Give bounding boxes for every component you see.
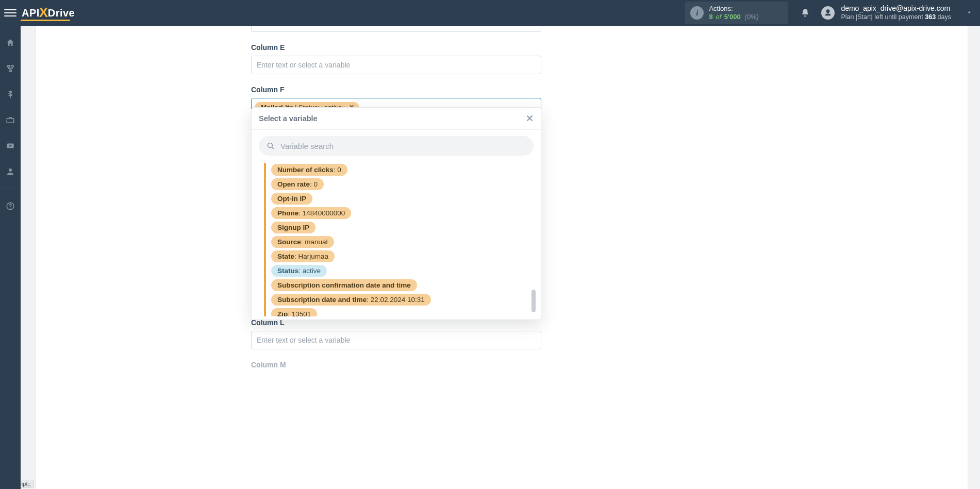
brand-logo[interactable]: API X Drive xyxy=(22,5,75,21)
nav-video-icon[interactable] xyxy=(0,136,21,156)
field-column-d xyxy=(251,26,541,32)
plan-name: Start xyxy=(857,13,871,21)
search-icon xyxy=(266,141,275,150)
menu-toggle[interactable] xyxy=(4,7,16,19)
nav-billing-icon[interactable] xyxy=(0,85,21,104)
user-subtitle: Plan |Start| left until payment 363 days xyxy=(841,13,951,22)
variable-option[interactable]: Phone: 14840000000 xyxy=(271,207,351,219)
topbar: API X Drive i Actions: 8 of 5'000 (0%) d… xyxy=(0,0,980,26)
actions-lines: Actions: 8 of 5'000 (0%) xyxy=(709,5,758,22)
label-column-f: Column F xyxy=(251,86,541,94)
actions-limit: 5'000 xyxy=(724,13,741,21)
viewport: Column E Column F MailerLite | Status: «… xyxy=(21,26,980,489)
nav-account-icon[interactable] xyxy=(0,162,21,181)
variable-option[interactable]: Opt-in IP xyxy=(271,193,312,205)
variable-option[interactable]: Subscription confirmation date and time xyxy=(271,279,417,291)
field-column-l: Column L xyxy=(251,318,541,349)
nav-connections-icon[interactable] xyxy=(0,59,21,78)
dropdown-scrollbar[interactable] xyxy=(531,290,536,312)
page-card: Column E Column F MailerLite | Status: «… xyxy=(36,26,968,489)
svg-point-1 xyxy=(9,168,12,172)
variable-option[interactable]: Source: manual xyxy=(271,236,334,248)
variable-option[interactable]: Status: active xyxy=(271,265,327,277)
dropdown-header: Select a variable ✕ xyxy=(252,108,541,130)
user-block[interactable]: demo_apix_drive@apix-drive.com Plan |Sta… xyxy=(841,4,951,21)
dropdown-search[interactable] xyxy=(259,136,534,156)
field-column-e: Column E xyxy=(251,43,541,74)
input-column-l[interactable] xyxy=(251,331,541,349)
plan-word: Plan xyxy=(841,13,854,21)
avatar-icon[interactable] xyxy=(821,6,835,20)
label-column-m: Column M xyxy=(251,361,541,369)
nav-help-icon[interactable] xyxy=(0,196,21,216)
svg-line-4 xyxy=(272,147,274,149)
user-email: demo_apix_drive@apix-drive.com xyxy=(841,4,951,13)
variable-option[interactable]: Zip: 13501 xyxy=(271,308,317,316)
brand-pre: API xyxy=(22,7,40,19)
side-rail xyxy=(0,26,21,489)
chevron-down-icon[interactable] xyxy=(966,9,973,18)
dropdown-title: Select a variable xyxy=(259,114,318,123)
nav-briefcase-icon[interactable] xyxy=(0,110,21,130)
input-column-d[interactable] xyxy=(251,26,541,32)
close-icon[interactable]: ✕ xyxy=(526,114,534,123)
variable-option[interactable]: Number of clicks: 0 xyxy=(271,164,347,176)
variable-dropdown: Select a variable ✕ Number of clicks: 0O… xyxy=(251,107,541,320)
dropdown-list: Number of clicks: 0Open rate: 0Opt-in IP… xyxy=(264,161,536,316)
variable-option[interactable]: Open rate: 0 xyxy=(271,178,324,190)
actions-label: Actions: xyxy=(709,5,758,13)
label-column-e: Column E xyxy=(251,43,541,52)
svg-point-3 xyxy=(268,143,272,147)
info-icon: i xyxy=(690,6,704,20)
plan-days-word: days xyxy=(936,13,951,21)
field-column-m: Column M xyxy=(251,361,541,369)
plan-left: left until payment xyxy=(873,13,925,21)
dropdown-search-input[interactable] xyxy=(280,142,526,150)
brand-post: Drive xyxy=(48,7,75,19)
field-column-f: Column F MailerLite | Status: «active» ✕… xyxy=(251,86,541,116)
nav-home-icon[interactable] xyxy=(0,33,21,53)
plan-days-num: 363 xyxy=(925,13,936,21)
actions-of: of xyxy=(716,13,721,21)
actions-used: 8 xyxy=(709,13,712,21)
notifications-icon[interactable] xyxy=(800,7,811,19)
brand-x: X xyxy=(39,5,48,21)
variable-option[interactable]: State: Harjumaa xyxy=(271,250,335,262)
input-column-e[interactable] xyxy=(251,56,541,74)
variable-option[interactable]: Signup IP xyxy=(271,222,315,233)
actions-pct: (0%) xyxy=(744,13,758,21)
actions-values: 8 of 5'000 (0%) xyxy=(709,13,758,21)
variable-option[interactable]: Subscription date and time: 22.02.2024 1… xyxy=(271,294,431,306)
brand-underline xyxy=(21,20,70,21)
form-column: Column E Column F MailerLite | Status: «… xyxy=(251,26,541,380)
actions-counter[interactable]: i Actions: 8 of 5'000 (0%) xyxy=(685,2,788,25)
rail-separator xyxy=(1,189,20,189)
